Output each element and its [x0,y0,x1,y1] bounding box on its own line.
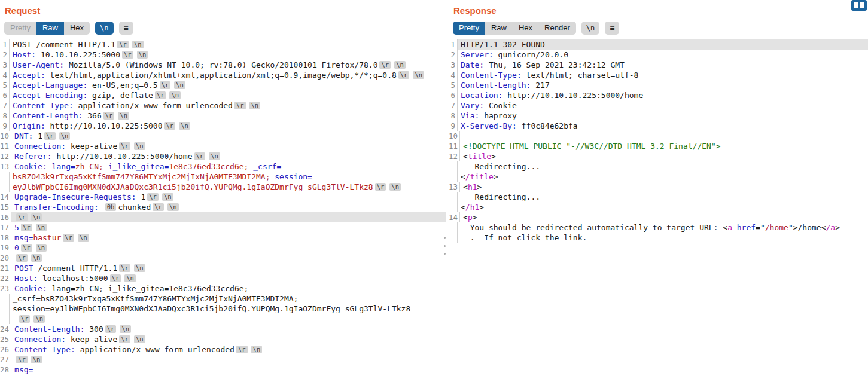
code-line: Content-Length: 366\r\n [10,111,446,121]
editor-row[interactable]: 28msg= [0,365,446,375]
editor-row[interactable]: 12Referer: http://10.10.10.225:5000/home… [0,151,446,161]
code-segment: a [727,223,732,232]
editor-row[interactable]: 9X-Served-By: ff0c84e62bfa [449,121,868,131]
editor-row[interactable]: 3Date: Thu, 16 Sep 2021 23:42:12 GMT [449,60,868,70]
line-number: 25 [0,334,11,344]
line-number: 5 [449,80,458,90]
editor-row[interactable]: </title> [449,172,868,182]
response-newline-toggle-button[interactable]: \n [581,22,599,35]
editor-row[interactable]: 1HTTP/1.1 302 FOUND [449,39,868,50]
editor-row[interactable]: 7Vary: Cookie [449,100,868,111]
request-editor[interactable]: 1POST /comment HTTP/1.1\r\n2Host: 10.10.… [0,39,446,382]
code-line: Upgrade-Insecure-Requests: 1\r\n [11,192,446,202]
editor-row[interactable]: 21POST /comment HTTP/1.1\r\n [0,263,446,273]
editor-row[interactable]: 5Accept-Language: en-US,en;q=0.5\r\n [0,80,446,90]
editor-row[interactable]: 12<title> [449,151,868,161]
code-line: \r\n [11,212,446,222]
response-hamburger-menu-button[interactable]: ≡ [605,22,619,35]
tab-pretty[interactable]: Pretty [453,22,485,35]
editor-row[interactable]: 4Accept: text/html,application/xhtml+xml… [0,70,446,80]
code-segment: eyJlbWFpbCI6Img0MXN0dXJAaDQxc3R1ci5jb20i… [13,182,373,191]
code-line: Transfer-Encoding: 0bchunked\r\n [11,202,446,212]
code-segment [13,314,17,323]
editor-row[interactable]: 4Content-Type: text/html; charset=utf-8 [449,70,868,80]
editor-row[interactable]: . If not click the link. [449,233,868,243]
request-newline-toggle-button[interactable]: \n [95,22,113,35]
code-segment: Content-Type: [13,101,74,110]
columns-icon [860,2,864,8]
editor-row[interactable]: 3User-Agent: Mozilla/5.0 (Windows NT 10.… [0,60,446,70]
nonprintable-char-badge: 0b [105,203,117,211]
editor-row[interactable]: 25Connection: keep-alive\r\n [0,334,446,344]
editor-row[interactable]: eyJlbWFpbCI6Img0MXN0dXJAaDQxc3R1ci5jb20i… [0,182,446,192]
nonprintable-char-badge: \r [103,112,115,120]
editor-row[interactable]: 15Transfer-Encoding: 0bchunked\r\n [0,202,446,212]
editor-row[interactable]: 1POST /comment HTTP/1.1\r\n [0,39,446,50]
code-segment: haproxy [479,111,517,120]
layout-columns-button[interactable] [851,0,867,11]
editor-row[interactable]: 10 [449,131,868,141]
editor-row[interactable]: 16\r\n [0,212,446,222]
editor-row[interactable]: 6Location: http://10.10.10.225:5000/home [449,90,868,100]
line-number: 12 [449,151,460,161]
nonprintable-char-badge: \n [179,122,190,130]
editor-row[interactable]: 5Content-Length: 217 [449,80,868,90]
code-line: Content-Length: 300\r\n [11,324,446,334]
columns-icon [854,2,858,8]
request-hamburger-menu-button[interactable]: ≡ [119,22,133,35]
nonprintable-char-badge: \n [413,71,424,79]
editor-row[interactable]: 175\r\n [0,222,446,233]
editor-row[interactable]: 9Origin: http://10.10.10.225:5000\r\n [0,121,446,131]
editor-row[interactable]: _csrf=bsRZO43k9rTxqa5xKtfSmm747Y86MTYxMj… [0,294,446,304]
tab-hex[interactable]: Hex [513,22,538,35]
editor-row[interactable]: 13Cookie: lang=zh-CN; i_like_gitea=1e8c3… [0,161,446,172]
editor-row[interactable]: Redirecting... [449,161,868,172]
editor-row[interactable]: 190\r\n [0,243,446,253]
editor-row[interactable]: 22Host: localhost:5000\r\n [0,273,446,283]
editor-row[interactable]: 24Content-Length: 300\r\n [0,324,446,334]
nonprintable-char-badge: \n [134,264,145,272]
tab-render[interactable]: Render [538,22,576,35]
editor-row[interactable]: 18msg=hastur\r\n [0,233,446,243]
editor-row[interactable]: 6Accept-Encoding: gzip, deflate\r\n [0,90,446,100]
editor-row[interactable]: 14<p> [449,212,868,222]
editor-row[interactable]: 23Cookie: lang=zh-CN; i_like_gitea=1e8c3… [0,283,446,294]
editor-row[interactable]: 8Via: haproxy [449,111,868,121]
line-number: 6 [0,90,10,100]
editor-row[interactable]: </h1> [449,202,868,212]
editor-row[interactable]: 8Content-Length: 366\r\n [0,111,446,121]
tab-raw[interactable]: Raw [36,22,64,35]
line-number: 12 [0,151,11,161]
code-segment: localhost:5000 [38,274,108,283]
code-segment: keep-alive [66,335,117,344]
response-editor[interactable]: 1HTTP/1.1 302 FOUND2Server: gunicorn/20.… [449,39,868,382]
editor-row[interactable]: session=eyJlbWFpbCI6Img0MXN0dXJAaDQxc3R1… [0,304,446,314]
editor-row[interactable]: 7Content-Type: application/x-www-form-ur… [0,100,446,111]
editor-row[interactable]: 13<h1> [449,182,868,192]
code-line: msg= [11,365,446,375]
code-segment: POST /comment HTTP/1.1 [13,40,115,49]
editor-row[interactable]: \r\n [0,314,446,324]
tab-hex[interactable]: Hex [64,22,90,35]
editor-row[interactable]: 11<!DOCTYPE HTML PUBLIC "-//W3C//DTD HTM… [449,141,868,151]
editor-row[interactable]: 14Upgrade-Insecure-Requests: 1\r\n [0,192,446,202]
editor-row[interactable]: 10DNT: 1\r\n [0,131,446,141]
editor-row[interactable]: 27\r\n [0,355,446,365]
line-number: 11 [0,141,11,151]
nonprintable-char-badge: \n [120,325,131,333]
editor-row[interactable]: 20\r\n [0,253,446,263]
code-line: Content-Type: application/x-www-form-url… [11,344,446,355]
editor-row[interactable]: Redirecting... [449,192,868,202]
editor-row[interactable]: 2Server: gunicorn/20.0.0 [449,50,868,60]
response-panel: Response PrettyRawHexRender \n ≡ 1HTTP/1… [449,0,868,382]
editor-row[interactable]: bsRZO43k9rTxqa5xKtfSmm747Y86MTYxMjc2MjIx… [0,172,446,182]
code-segment: User-Agent: [13,60,64,69]
editor-row[interactable]: You should be redirected automatically t… [449,222,868,233]
panel-splitter-handle[interactable] [441,237,448,255]
editor-row[interactable]: 11Connection: keep-alive\r\n [0,141,446,151]
editor-row[interactable]: 26Content-Type: application/x-www-form-u… [0,344,446,355]
editor-row[interactable]: 2Host: 10.10.10.225:5000\r\n [0,50,446,60]
nonprintable-char-badge: \n [33,315,45,323]
tab-raw[interactable]: Raw [485,22,513,35]
splitter-dot [444,245,446,247]
